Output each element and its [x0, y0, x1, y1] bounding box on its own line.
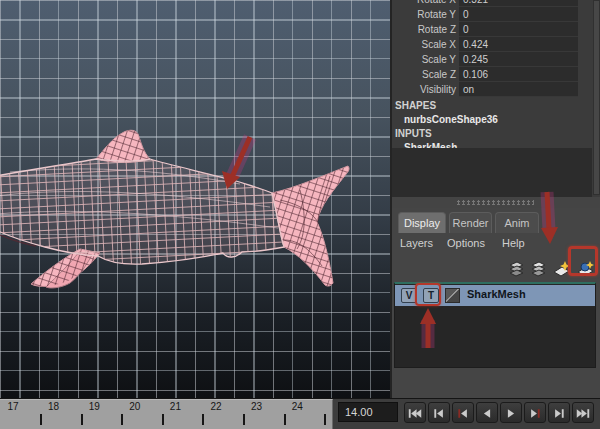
- channel-box-scrollbar[interactable]: [593, 0, 600, 195]
- frame-tick: [162, 414, 164, 425]
- go-to-start-button[interactable]: [404, 402, 426, 423]
- channel-row: Rotate Y0: [392, 7, 600, 22]
- frame-number: 23: [251, 401, 262, 412]
- channel-attribute-value-field[interactable]: 0.321: [459, 0, 578, 7]
- frame-tick: [202, 414, 204, 425]
- channel-attribute-value-field[interactable]: on: [459, 82, 578, 97]
- layer-color-swatch[interactable]: [445, 288, 460, 303]
- channel-shape-sections: SHAPESnurbsConeShape36INPUTSSharkMesh: [392, 99, 600, 155]
- channel-row: Scale Z0.106: [392, 67, 600, 82]
- channel-section-header: INPUTS: [392, 127, 600, 141]
- shark-wireframe-mesh: [0, 0, 390, 398]
- go-to-end-button[interactable]: [572, 402, 594, 423]
- channel-attribute-value-field[interactable]: 0.106: [459, 67, 578, 82]
- channel-attribute-label: Rotate Z: [392, 22, 456, 37]
- frame-number: 24: [292, 401, 303, 412]
- frame-tick: [40, 414, 42, 425]
- channel-row: Visibilityon: [392, 82, 600, 97]
- frame-number: 19: [89, 401, 100, 412]
- step-forward-frame-button[interactable]: [548, 402, 570, 423]
- channel-attribute-rows: Rotate X0.321Rotate Y0Rotate Z0Scale X0.…: [392, 0, 600, 97]
- channel-attribute-label: Rotate Y: [392, 7, 456, 22]
- channel-row: Scale Y0.245: [392, 52, 600, 67]
- frame-tick: [284, 414, 286, 425]
- menu-help[interactable]: Help: [502, 233, 525, 253]
- tab-render[interactable]: Render: [449, 212, 492, 233]
- frame-tick: [121, 414, 123, 425]
- channel-attribute-label: Scale Z: [392, 67, 456, 82]
- channel-section-header: SHAPES: [392, 99, 600, 113]
- tab-anim[interactable]: Anim: [495, 212, 539, 233]
- tab-display[interactable]: Display: [398, 212, 446, 233]
- channel-attribute-value-field[interactable]: 0.245: [459, 52, 578, 67]
- menu-options[interactable]: Options: [447, 233, 485, 253]
- step-back-key-button[interactable]: [452, 402, 474, 423]
- channel-attribute-label: Rotate X: [392, 0, 456, 7]
- channel-attribute-value-field[interactable]: 0.424: [459, 37, 578, 52]
- step-forward-key-button[interactable]: [524, 402, 546, 423]
- channel-row: Rotate Z0: [392, 22, 600, 37]
- channel-node-name[interactable]: nurbsConeShape36: [392, 113, 600, 127]
- frame-number: 18: [48, 401, 59, 412]
- channel-box-panel: Rotate X0.321Rotate Y0Rotate Z0Scale X0.…: [390, 0, 600, 398]
- layer-stack-icon[interactable]: [507, 259, 526, 278]
- layer-stack-2-icon[interactable]: [529, 259, 548, 278]
- annotation-box-t-toggle: [415, 283, 441, 306]
- layer-name-label: SharkMesh: [467, 288, 526, 300]
- frame-number: 21: [170, 401, 181, 412]
- frame-tick: [324, 414, 326, 425]
- channel-attribute-label: Scale X: [392, 37, 456, 52]
- viewport-panel[interactable]: [0, 0, 390, 398]
- channel-attribute-label: Scale Y: [392, 52, 456, 67]
- channel-row: Rotate X0.321: [392, 0, 600, 7]
- menu-layers[interactable]: Layers: [400, 233, 433, 253]
- panel-splitter[interactable]: [392, 197, 600, 208]
- play-backwards-button[interactable]: [476, 402, 498, 423]
- maya-window: Rotate X0.321Rotate Y0Rotate Z0Scale X0.…: [0, 0, 600, 429]
- channel-box-empty-area: [392, 148, 592, 197]
- time-slider-ruler[interactable]: 1718192021222324: [0, 399, 333, 429]
- splitter-grip-icon: [456, 200, 534, 205]
- frame-tick: [243, 414, 245, 425]
- channel-row: Scale X0.424: [392, 37, 600, 52]
- annotation-box-create-layer-icon: [568, 246, 598, 276]
- timeline-bar: 1718192021222324 14.00: [0, 398, 600, 429]
- channel-attribute-label: Visibility: [392, 82, 456, 97]
- current-time-field[interactable]: 14.00: [338, 402, 398, 422]
- play-forwards-button[interactable]: [500, 402, 522, 423]
- frame-number: 20: [129, 401, 140, 412]
- channel-attribute-value-field[interactable]: 0: [459, 7, 578, 22]
- frame-tick: [81, 414, 83, 425]
- frame-number: 22: [210, 401, 221, 412]
- frame-number: 17: [7, 401, 18, 412]
- step-back-frame-button[interactable]: [428, 402, 450, 423]
- channel-attribute-value-field[interactable]: 0: [459, 22, 578, 37]
